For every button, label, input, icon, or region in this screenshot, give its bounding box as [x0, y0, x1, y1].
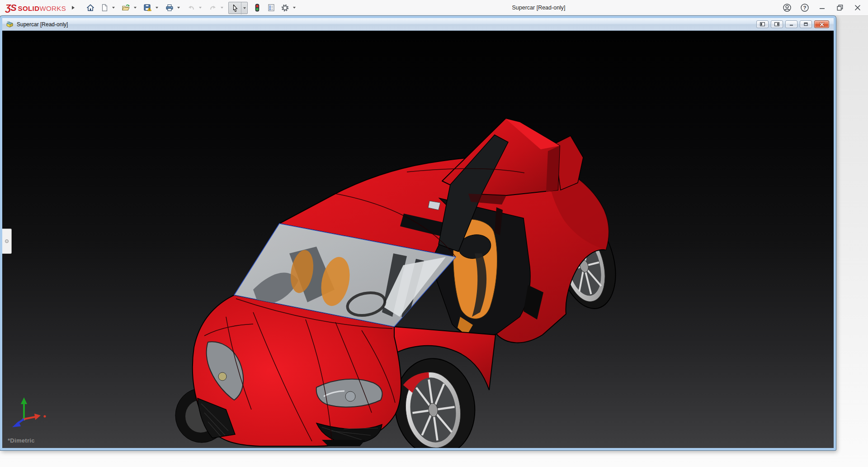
redo-dropdown[interactable]: [219, 2, 225, 14]
close-button[interactable]: [852, 2, 863, 14]
document-window: Supercar [Read-only]: [0, 16, 836, 450]
y-axis-icon: [21, 397, 27, 404]
redo-button[interactable]: [207, 2, 219, 14]
svg-text:?: ?: [803, 5, 806, 10]
print-dropdown[interactable]: [175, 2, 182, 14]
app-titlebar: ƷS SOLID WORKS: [0, 0, 868, 16]
pane-right-button[interactable]: [771, 20, 783, 28]
solidworks-logo: ƷS SOLID WORKS: [5, 3, 66, 13]
doc-close-button[interactable]: [814, 20, 829, 28]
select-tool-dropdown[interactable]: [241, 2, 247, 14]
toolbar-expand-button[interactable]: [69, 2, 78, 14]
undo-dropdown[interactable]: [197, 2, 203, 14]
help-icon: ?: [800, 3, 809, 12]
x-axis-icon: [34, 414, 41, 420]
save-warning-icon: [143, 4, 152, 12]
view-orientation-label: *Dimetric: [8, 437, 35, 444]
redo-icon: [209, 4, 217, 12]
dassault-logo-mark: ƷS: [5, 3, 16, 13]
logo-text-works: WORKS: [39, 5, 66, 12]
orientation-triad: [7, 396, 48, 432]
chevron-down-icon: [134, 7, 137, 9]
document-title: Supercar [Read-only]: [17, 21, 68, 28]
chevron-down-icon: [112, 7, 115, 9]
solidworks-app: ƷS SOLID WORKS: [0, 0, 868, 467]
print-button[interactable]: [163, 2, 175, 14]
chevron-right-icon: [72, 6, 75, 10]
doc-restore-icon: [803, 22, 808, 26]
doc-close-icon: [819, 22, 825, 27]
document-window-buttons: [756, 20, 831, 28]
home-button[interactable]: [84, 2, 96, 14]
restore-button[interactable]: [834, 2, 846, 14]
file-properties-icon: [267, 4, 275, 12]
chevron-down-icon: [243, 7, 246, 9]
options-button[interactable]: [279, 2, 291, 14]
gear-icon: [281, 4, 289, 12]
open-button[interactable]: [120, 2, 132, 14]
restore-icon: [836, 4, 844, 12]
app-title: Supercar [Read-only]: [301, 5, 777, 11]
doc-minimize-icon: [789, 22, 794, 26]
panel-tab-handle-icon: [5, 239, 9, 243]
save-button[interactable]: [142, 2, 154, 14]
select-tool-button[interactable]: [229, 2, 241, 14]
doc-minimize-button[interactable]: [785, 20, 797, 28]
account-icon: [783, 3, 792, 12]
home-icon: [86, 4, 94, 12]
logo-text-solid: SOLID: [18, 5, 40, 12]
account-button[interactable]: [781, 2, 793, 14]
pane-left-button[interactable]: [756, 20, 769, 28]
chevron-down-icon: [199, 7, 202, 9]
undo-icon: [187, 4, 195, 12]
minimize-button[interactable]: [816, 2, 828, 14]
new-document-icon: [100, 4, 108, 12]
chevron-down-icon: [156, 7, 158, 9]
rebuild-button[interactable]: [251, 2, 263, 14]
doc-restore-button[interactable]: [800, 20, 812, 28]
pane-right-icon: [774, 22, 779, 26]
featuremanager-collapsed-tab[interactable]: [2, 229, 12, 254]
window-controls: ?: [781, 2, 863, 14]
file-properties-button[interactable]: [265, 2, 277, 14]
printer-icon: [165, 4, 174, 12]
open-folder-icon: [122, 4, 130, 12]
close-icon: [854, 4, 862, 12]
supercar-model: [2, 31, 834, 448]
new-document-dropdown[interactable]: [110, 2, 117, 14]
options-dropdown[interactable]: [291, 2, 297, 14]
pane-left-icon: [760, 22, 765, 26]
select-tool-group: [228, 2, 248, 14]
document-titlebar[interactable]: Supercar [Read-only]: [2, 18, 834, 31]
workspace-background: Supercar [Read-only]: [0, 16, 868, 467]
save-dropdown[interactable]: [154, 2, 160, 14]
quick-access-toolbar: [84, 2, 301, 14]
chevron-down-icon: [177, 7, 180, 9]
chevron-down-icon: [293, 7, 296, 9]
chevron-down-icon: [221, 7, 223, 9]
cursor-icon: [231, 4, 239, 12]
viewport-3d[interactable]: *Dimetric: [2, 31, 834, 448]
undo-button[interactable]: [185, 2, 197, 14]
open-dropdown[interactable]: [132, 2, 138, 14]
minimize-icon: [818, 4, 826, 12]
traffic-light-icon: [253, 4, 261, 12]
part-document-icon: [6, 21, 14, 28]
new-document-button[interactable]: [98, 2, 110, 14]
help-button[interactable]: ?: [799, 2, 811, 14]
